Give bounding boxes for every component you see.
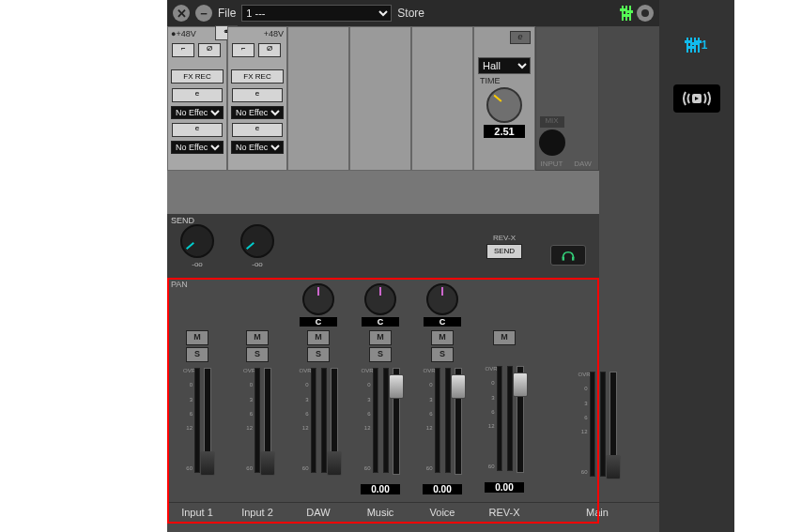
phantom-button[interactable]: ●+48V <box>171 29 196 38</box>
fx2-edit-button[interactable]: e <box>232 123 283 137</box>
spacer-band <box>167 171 599 214</box>
level-meter <box>590 372 595 477</box>
solo-button[interactable]: S <box>369 347 392 362</box>
channel-revx: M OVR0361260 0.00 REV-X <box>473 278 535 522</box>
solo-button[interactable]: S <box>307 347 330 362</box>
pan-value: C <box>300 317 337 327</box>
fx2-edit-button[interactable]: e <box>172 123 223 137</box>
pan-fader-section: PAN M S OVR0361260 <box>167 278 659 532</box>
mute-button[interactable]: M <box>186 330 208 345</box>
gear-icon[interactable] <box>637 5 654 22</box>
phase-button[interactable]: Ø <box>258 43 281 57</box>
input-label: INPUT <box>541 160 563 168</box>
close-icon[interactable]: ✕ <box>173 5 190 22</box>
channel-daw: C M S OVR0361260 <box>287 278 349 522</box>
phantom-button[interactable]: +48V <box>264 29 284 38</box>
level-meter <box>373 368 378 473</box>
pan-value: C <box>362 317 399 327</box>
fx-edit-button[interactable]: e <box>172 88 223 102</box>
level-meter <box>383 368 389 473</box>
phase-button[interactable]: Ø <box>198 43 221 57</box>
level-meter <box>445 368 451 473</box>
hpf-button[interactable]: ⌐ <box>232 43 254 57</box>
channel-label: REV-X <box>473 502 535 522</box>
pan-knob[interactable] <box>364 283 396 315</box>
channel-music: C M S OVR0361260 <box>349 278 411 522</box>
revx-time-label: TIME <box>474 76 534 85</box>
fx-edit-button[interactable]: e <box>232 88 283 102</box>
pan-knob[interactable] <box>302 283 334 315</box>
effect2-select[interactable]: No Effect <box>171 141 224 154</box>
mute-button[interactable]: M <box>431 330 454 345</box>
channel-label: Music <box>349 502 411 522</box>
input2-strip: +48V ⌐ Ø FX REC e No Effect e <box>227 26 287 171</box>
fader[interactable] <box>264 368 271 475</box>
file-label: File <box>218 7 236 20</box>
channel-input1: M S OVR0361260 Input 1 <box>167 278 227 522</box>
revx-send-button[interactable]: SEND <box>486 244 522 259</box>
level-meter <box>600 372 606 477</box>
revx-panel: e Hall TIME 2.51 <box>473 26 535 171</box>
revx-time-value: 2.51 <box>484 125 525 138</box>
header-bar: ✕ − File 1 --- Store <box>167 0 659 26</box>
minimize-icon[interactable]: − <box>195 5 212 22</box>
revx-edit-button[interactable]: e <box>510 31 531 44</box>
svg-rect-0 <box>563 257 564 261</box>
daw-strip-top <box>287 26 349 171</box>
channel-label: DAW <box>287 502 349 522</box>
daw-label: DAW <box>574 160 591 168</box>
channel-voice: C M S OVR0361260 <box>411 278 473 522</box>
fader-value: 0.00 <box>423 484 462 494</box>
fxrec-button[interactable]: FX REC <box>231 69 284 84</box>
channel-label: Main <box>535 502 659 522</box>
level-meter <box>507 366 513 471</box>
mute-button[interactable]: M <box>246 330 269 345</box>
fader[interactable] <box>331 368 338 475</box>
fxrec-button[interactable]: FX REC <box>171 69 224 84</box>
level-meter <box>435 368 440 473</box>
mute-button[interactable]: M <box>307 330 330 345</box>
pan-knob[interactable] <box>426 283 458 315</box>
revx-type-select[interactable]: Hall <box>478 57 531 74</box>
monitor-panel: MIX INPUT DAW <box>535 26 599 171</box>
channel-label: Input 1 <box>167 502 227 522</box>
scale: OVR0361260 <box>183 368 193 471</box>
mix-knob[interactable] <box>539 129 565 156</box>
solo-button[interactable]: S <box>431 347 454 362</box>
channel-label: Input 2 <box>227 502 287 522</box>
fader[interactable] <box>517 366 524 473</box>
fader[interactable] <box>455 368 462 475</box>
headphone-button[interactable] <box>550 245 586 266</box>
fader[interactable] <box>393 368 400 475</box>
mute-button[interactable]: M <box>369 330 392 345</box>
fader[interactable] <box>609 372 617 479</box>
mix-button[interactable]: MIX <box>540 116 564 128</box>
fader-value: 0.00 <box>485 482 524 493</box>
mute-button[interactable]: M <box>493 330 516 345</box>
pan-value: C <box>424 317 461 327</box>
send-knob-2[interactable] <box>240 224 274 258</box>
svg-rect-1 <box>572 257 574 261</box>
store-button[interactable]: Store <box>397 7 424 20</box>
channel-input2: M S OVR0361260 Input 2 <box>227 278 287 522</box>
effect1-select[interactable]: No Effect <box>171 106 224 119</box>
fader[interactable] <box>204 368 211 475</box>
hpf-button[interactable]: ⌐ <box>172 43 194 57</box>
input1-strip: ●+48V ⌐ Ø FX REC e No Effect e <box>167 26 227 171</box>
revx-time-knob[interactable] <box>486 87 522 123</box>
send-value-2: -oo <box>252 260 263 268</box>
level-meter <box>311 368 316 473</box>
scene-icon[interactable]: 1 <box>659 38 734 53</box>
level-meter <box>497 366 502 471</box>
revx-label: REV-X <box>493 234 516 242</box>
effect1-select[interactable]: No Effect <box>231 106 284 119</box>
mixer-icon[interactable] <box>622 6 631 21</box>
voice-strip-top <box>411 26 473 171</box>
file-select[interactable]: 1 --- <box>241 5 392 22</box>
solo-button[interactable]: S <box>246 347 269 362</box>
livecast-icon[interactable] <box>673 84 720 113</box>
effect2-select[interactable]: No Effect <box>231 141 284 154</box>
solo-button[interactable]: S <box>186 347 208 362</box>
send-knob-1[interactable] <box>180 224 214 258</box>
send-row: SEND -oo -oo REV-X SEND <box>167 214 599 278</box>
